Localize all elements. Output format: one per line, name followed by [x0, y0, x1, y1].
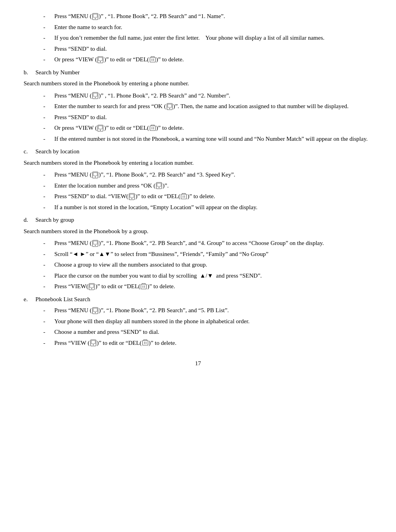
bullet-dash: -: [43, 339, 52, 348]
list-item: - Press “MENU ()” , “1. Phone Book”, “2.…: [24, 91, 372, 100]
bullet-dash: -: [43, 203, 52, 212]
bullet-text: If you don’t remember the full name, jus…: [54, 33, 372, 42]
bullet-text: Scroll “◄ ►” or “▲▼” to select from “Bus…: [54, 250, 372, 259]
bullet-dash: -: [43, 250, 52, 259]
section-e-title: Phonebook List Search: [35, 295, 90, 304]
list-item: - Press “VIEW()” to edit or “DEL()” to d…: [24, 282, 372, 291]
section-b-label: b. Search by Number: [24, 68, 372, 77]
bullet-text: Press “VIEW ()” to edit or “DEL()” to de…: [54, 339, 372, 348]
bullet-text: Your phone will then display all numbers…: [54, 317, 372, 326]
section-e: e. Phonebook List Search - Press “MENU (…: [24, 295, 372, 348]
bullet-text: Press “SEND” to dial. “VIEW()” to edit o…: [54, 192, 372, 201]
section-b-letter: b.: [24, 68, 35, 77]
bullet-text: Press “MENU ()” , “1. Phone Book”, “2. P…: [54, 91, 372, 100]
list-item: - Press “MENU ()”, “1. Phone Book”, “2. …: [24, 239, 372, 248]
section-b: b. Search by Number Search numbers store…: [24, 68, 372, 144]
list-item: - Choose a group to view all the numbers…: [24, 260, 372, 269]
section-d-title: Search by group: [35, 215, 74, 225]
bullet-text: Or press “VIEW ()” to edit or “DEL()” to…: [54, 55, 372, 64]
section-b-title: Search by Number: [35, 68, 80, 77]
bullet-dash: -: [43, 282, 52, 291]
section-c-bullets: - Press “MENU ()”, “1. Phone Book”, “2. …: [24, 170, 372, 212]
list-item: - Enter the name to search for.: [24, 23, 372, 32]
bullet-dash: -: [43, 12, 52, 21]
bullet-text: Choose a number and press “SEND” to dial…: [54, 328, 372, 337]
section-e-label: e. Phonebook List Search: [24, 295, 372, 304]
bullet-text: Press “SEND” to dial.: [54, 113, 372, 122]
list-item: - If the entered number is not stored in…: [24, 134, 372, 144]
section-d-desc: Search numbers stored in the Phonebook b…: [24, 227, 372, 236]
pre-bullet-list: - Press “MENU ()” , “1. Phone Book”, “2.…: [24, 12, 372, 64]
bullet-text: If the entered number is not stored in t…: [54, 134, 372, 144]
bullet-dash: -: [43, 328, 52, 337]
list-item: - Press “SEND” to dial.: [24, 113, 372, 122]
list-item: - Press “VIEW ()” to edit or “DEL()” to …: [24, 339, 372, 348]
section-d-bullets: - Press “MENU ()”, “1. Phone Book”, “2. …: [24, 239, 372, 291]
list-item: - If you don’t remember the full name, j…: [24, 33, 372, 42]
bullet-text: Press “MENU ()” , “1. Phone Book”, “2. P…: [54, 12, 372, 21]
page-number: 17: [24, 359, 372, 368]
bullet-text: If a number is not stored in the locatio…: [54, 203, 372, 212]
bullet-text: Enter the name to search for.: [54, 23, 372, 32]
list-item: - Press “MENU ()”, “1. Phone Book”, “2. …: [24, 170, 372, 179]
bullet-dash: -: [43, 170, 52, 179]
bullet-dash: -: [43, 33, 52, 42]
bullet-text: Press “MENU ()”, “1. Phone Book”, “2. PB…: [54, 306, 372, 315]
bullet-dash: -: [43, 271, 52, 280]
bullet-dash: -: [43, 44, 52, 53]
section-c-label: c. Search by location: [24, 147, 372, 156]
bullet-text: Or press “VIEW ()” to edit or “DEL()” to…: [54, 123, 372, 133]
section-d-letter: d.: [24, 215, 35, 225]
bullet-dash: -: [43, 317, 52, 326]
bullet-text: Enter the number to search for and press…: [54, 102, 372, 111]
section-d-label: d. Search by group: [24, 215, 372, 225]
section-c-letter: c.: [24, 147, 35, 156]
list-item: - Place the cursor on the number you wan…: [24, 271, 372, 280]
list-item: - Press “MENU ()”, “1. Phone Book”, “2. …: [24, 306, 372, 315]
list-item: - Press “MENU ()” , “1. Phone Book”, “2.…: [24, 12, 372, 21]
bullet-dash: -: [43, 102, 52, 111]
bullet-text: Press “MENU ()”, “1. Phone Book”, “2. PB…: [54, 239, 372, 248]
bullet-text: Press “VIEW()” to edit or “DEL()” to del…: [54, 282, 372, 291]
bullet-dash: -: [43, 134, 52, 144]
bullet-text: Enter the location number and press “OK …: [54, 181, 372, 190]
bullet-dash: -: [43, 113, 52, 122]
list-item: - Enter the number to search for and pre…: [24, 102, 372, 111]
bullet-dash: -: [43, 260, 52, 269]
bullet-dash: -: [43, 123, 52, 133]
bullet-dash: -: [43, 91, 52, 100]
bullet-dash: -: [43, 23, 52, 32]
bullet-dash: -: [43, 55, 52, 64]
bullet-dash: -: [43, 181, 52, 190]
list-item: - If a number is not stored in the locat…: [24, 203, 372, 212]
bullet-text: Press “MENU ()”, “1. Phone Book”, “2. PB…: [54, 170, 372, 179]
bullet-text: Choose a group to view all the numbers a…: [54, 260, 372, 269]
list-item: - Choose a number and press “SEND” to di…: [24, 328, 372, 337]
list-item: - Press “SEND” to dial.: [24, 44, 372, 53]
section-b-desc: Search numbers stored in the Phonebook b…: [24, 79, 372, 88]
list-item: - Or press “VIEW ()” to edit or “DEL()” …: [24, 55, 372, 64]
bullet-text: Press “SEND” to dial.: [54, 44, 372, 53]
section-d: d. Search by group Search numbers stored…: [24, 215, 372, 291]
section-e-letter: e.: [24, 295, 35, 304]
bullet-dash: -: [43, 306, 52, 315]
list-item: - Or press “VIEW ()” to edit or “DEL()” …: [24, 123, 372, 133]
section-c-title: Search by location: [35, 147, 80, 156]
section-e-bullets: - Press “MENU ()”, “1. Phone Book”, “2. …: [24, 306, 372, 347]
section-b-bullets: - Press “MENU ()” , “1. Phone Book”, “2.…: [24, 91, 372, 144]
bullet-text: Place the cursor on the number you want …: [54, 271, 372, 280]
section-c: c. Search by location Search numbers sto…: [24, 147, 372, 212]
list-item: - Enter the location number and press “O…: [24, 181, 372, 190]
list-item: - Scroll “◄ ►” or “▲▼” to select from “B…: [24, 250, 372, 259]
list-item: - Press “SEND” to dial. “VIEW()” to edit…: [24, 192, 372, 201]
section-c-desc: Search numbers stored in the Phonebook b…: [24, 158, 372, 168]
bullet-dash: -: [43, 192, 52, 201]
list-item: - Your phone will then display all numbe…: [24, 317, 372, 326]
bullet-dash: -: [43, 239, 52, 248]
